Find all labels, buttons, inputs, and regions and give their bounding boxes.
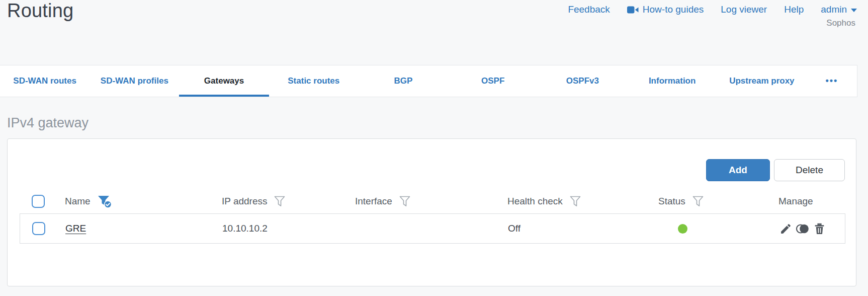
how-to-guides-link[interactable]: How-to guides xyxy=(627,4,704,15)
filter-active-icon[interactable] xyxy=(97,195,112,208)
routing-tabs: SD-WAN routes SD-WAN profiles Gateways S… xyxy=(0,65,857,97)
status-column-label: Status xyxy=(658,196,685,207)
health-check-column-label: Health check xyxy=(507,196,563,207)
column-header-health-check: Health check xyxy=(507,194,581,208)
top-nav: Feedback How-to guides Log viewer Help a… xyxy=(568,4,857,15)
log-viewer-label: Log viewer xyxy=(721,4,767,15)
tab-ospfv3[interactable]: OSPFv3 xyxy=(538,65,627,97)
row-select-cell xyxy=(32,214,45,243)
chevron-down-icon xyxy=(851,9,857,12)
gateway-table: GRE 10.10.10.2 Off xyxy=(20,213,845,244)
admin-label: admin xyxy=(821,4,847,15)
tab-more-menu[interactable]: ••• xyxy=(807,65,857,97)
gateway-status-cell xyxy=(678,214,687,243)
column-header-ip-address: IP address xyxy=(222,194,286,208)
column-header-status: Status xyxy=(658,194,704,208)
tab-upstream-proxy[interactable]: Upstream proxy xyxy=(717,65,807,97)
deactivate-icon[interactable] xyxy=(796,223,810,235)
manage-column-label: Manage xyxy=(778,196,813,207)
delete-button-label: Delete xyxy=(796,165,823,176)
column-header-manage: Manage xyxy=(778,194,813,208)
add-button-label: Add xyxy=(729,165,747,176)
brand-name: Sophos xyxy=(826,18,855,28)
edit-icon[interactable] xyxy=(779,223,792,235)
feedback-label: Feedback xyxy=(568,4,610,15)
tab-sd-wan-routes[interactable]: SD-WAN routes xyxy=(0,65,90,97)
admin-menu[interactable]: admin xyxy=(821,4,857,15)
feedback-link[interactable]: Feedback xyxy=(568,4,610,15)
filter-icon[interactable] xyxy=(692,195,704,207)
tab-gateways[interactable]: Gateways xyxy=(179,65,269,97)
column-header-interface: Interface xyxy=(355,194,411,208)
help-label: Help xyxy=(784,4,804,15)
ip-address-column-label: IP address xyxy=(222,196,267,207)
tab-ospf[interactable]: OSPF xyxy=(448,65,538,97)
ipv4-gateway-panel: Add Delete Name IP address xyxy=(7,138,856,286)
column-header-name: Name xyxy=(65,194,112,208)
gateway-name-link[interactable]: GRE xyxy=(65,223,86,234)
select-all-cell xyxy=(32,194,45,208)
select-all-checkbox[interactable] xyxy=(32,195,45,208)
filter-icon[interactable] xyxy=(274,195,286,207)
log-viewer-link[interactable]: Log viewer xyxy=(721,4,767,15)
status-up-dot xyxy=(678,224,687,234)
add-button[interactable]: Add xyxy=(706,159,770,181)
gateway-ip-cell: 10.10.10.2 xyxy=(222,214,268,243)
row-checkbox[interactable] xyxy=(32,222,45,235)
help-link[interactable]: Help xyxy=(784,4,804,15)
name-column-label: Name xyxy=(65,196,91,207)
interface-column-label: Interface xyxy=(355,196,392,207)
tab-bgp[interactable]: BGP xyxy=(359,65,448,97)
tab-sd-wan-profiles[interactable]: SD-WAN profiles xyxy=(90,65,179,97)
gateway-manage-cell xyxy=(779,214,826,243)
tab-static-routes[interactable]: Static routes xyxy=(269,65,359,97)
gateway-name-cell: GRE xyxy=(65,214,86,243)
filter-icon[interactable] xyxy=(399,195,411,207)
tab-information[interactable]: Information xyxy=(628,65,717,97)
filter-icon[interactable] xyxy=(569,195,581,207)
delete-button[interactable]: Delete xyxy=(774,159,845,181)
how-to-guides-label: How-to guides xyxy=(643,4,704,15)
section-heading: IPv4 gateway xyxy=(7,115,89,131)
routing-page: Routing Feedback How-to guides Log viewe… xyxy=(0,0,868,296)
video-camera-icon xyxy=(627,6,639,14)
table-row: GRE 10.10.10.2 Off xyxy=(20,214,845,243)
page-title: Routing xyxy=(7,0,73,22)
gateway-health-check-cell: Off xyxy=(508,214,520,243)
delete-icon[interactable] xyxy=(813,223,826,235)
